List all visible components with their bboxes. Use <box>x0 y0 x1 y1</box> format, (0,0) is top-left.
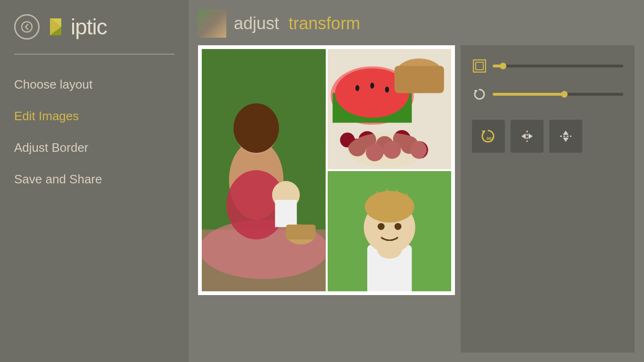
svg-rect-47 <box>473 60 486 72</box>
tab-transform[interactable]: transform <box>289 14 360 33</box>
thumbnail <box>198 9 226 38</box>
svg-point-46 <box>377 241 402 259</box>
size-control-row <box>472 58 623 74</box>
svg-marker-53 <box>521 133 526 139</box>
sidebar-item-save-share[interactable]: Save and Share <box>14 164 174 195</box>
collage-cell-fruits[interactable] <box>328 49 452 169</box>
svg-marker-54 <box>528 133 533 139</box>
svg-point-22 <box>370 82 374 89</box>
logo-icon <box>48 16 69 37</box>
canvas-area: 90° <box>198 45 635 353</box>
sidebar-header: iptic <box>0 14 189 54</box>
main-content: adjust transform <box>189 0 644 362</box>
sidebar-divider <box>14 54 174 55</box>
collage-grid <box>202 49 451 291</box>
sidebar: iptic Choose layout Edit Images Adjust B… <box>0 0 189 362</box>
svg-point-23 <box>385 87 388 93</box>
tab-adjust[interactable]: adjust <box>234 14 279 33</box>
sidebar-item-edit-images[interactable]: Edit Images <box>14 100 174 132</box>
rotate-90-button[interactable]: 90° <box>472 120 505 153</box>
app-logo: iptic <box>48 14 107 40</box>
collage-cell-woman[interactable] <box>202 49 326 291</box>
resize-icon <box>472 58 487 74</box>
collage-cell-boy[interactable] <box>328 171 452 291</box>
size-slider-thumb[interactable] <box>500 63 506 69</box>
svg-rect-12 <box>275 200 297 227</box>
svg-text:90°: 90° <box>487 136 493 141</box>
rotation-slider-fill <box>493 93 564 96</box>
svg-point-21 <box>355 85 359 91</box>
rotate-icon <box>472 87 487 102</box>
svg-rect-48 <box>476 62 483 70</box>
flip-horizontal-button[interactable] <box>511 120 544 153</box>
svg-point-35 <box>347 132 427 167</box>
sidebar-item-choose-layout[interactable]: Choose layout <box>14 69 174 100</box>
collage-container <box>198 45 455 295</box>
thumbnail-image <box>198 9 226 38</box>
content-header: adjust transform <box>198 9 635 38</box>
flip-vertical-button[interactable] <box>549 120 582 153</box>
controls-panel: 90° <box>461 45 635 353</box>
rotation-slider-track[interactable] <box>493 93 623 96</box>
svg-marker-56 <box>563 131 569 135</box>
svg-rect-25 <box>394 66 444 93</box>
svg-point-44 <box>378 223 385 230</box>
svg-point-10 <box>233 103 279 153</box>
svg-rect-14 <box>286 225 316 240</box>
rotation-slider-thumb[interactable] <box>561 91 568 98</box>
rotation-control-row <box>472 87 623 102</box>
svg-marker-57 <box>563 138 569 142</box>
svg-point-45 <box>394 223 401 230</box>
header-tabs: adjust transform <box>234 14 360 33</box>
size-slider-track[interactable] <box>493 65 623 67</box>
logo-text: iptic <box>71 14 107 40</box>
sidebar-nav: Choose layout Edit Images Adjust Border … <box>0 69 189 195</box>
svg-point-0 <box>22 22 32 32</box>
sidebar-item-adjust-border[interactable]: Adjust Border <box>14 132 174 164</box>
action-buttons: 90° <box>472 120 623 153</box>
back-button[interactable] <box>14 14 40 40</box>
